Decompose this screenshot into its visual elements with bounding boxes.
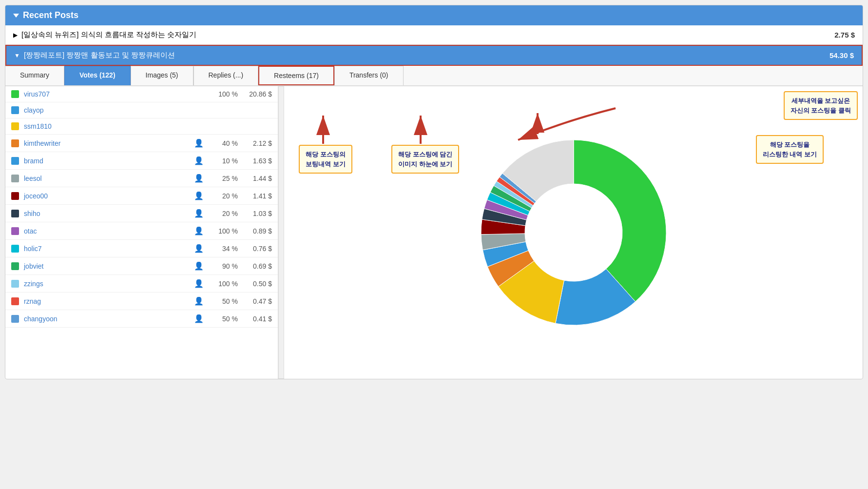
vote-percent: 50 % — [209, 297, 238, 305]
vote-color-indicator — [11, 192, 19, 200]
vote-color-indicator — [11, 262, 19, 270]
vote-row: otac👤100 %0.89 $ — [5, 222, 278, 240]
content-area: virus707100 %20.86 $clayopssm1810kimthew… — [5, 86, 863, 379]
vote-color-indicator — [11, 139, 19, 147]
tooltip-images: 해당 포스팅에 담긴이미지 하눈에 보기 — [391, 145, 459, 174]
vote-person-icon: 👤 — [194, 296, 204, 306]
tab-summary[interactable]: Summary — [5, 66, 64, 85]
vote-username[interactable]: shiho — [24, 210, 194, 217]
tooltip-resteems: 해당 포스팅을리스팅한 내역 보기 — [756, 135, 824, 164]
vote-row: kimthewriter👤40 %2.12 $ — [5, 135, 278, 152]
vote-percent: 40 % — [209, 139, 238, 147]
vote-username[interactable]: jobviet — [24, 262, 194, 270]
post-title-1: [일상속의 뉴위즈] 의식의 흐름대로 작성하는 숫자일기 — [21, 30, 834, 39]
vote-username[interactable]: joceo00 — [24, 192, 194, 200]
vote-row: jobviet👤90 %0.69 $ — [5, 257, 278, 275]
vote-person-icon: 👤 — [194, 209, 204, 218]
post-value-2: 54.30 $ — [829, 51, 854, 59]
post-title-2: [짱짱레포트] 짱짱맨 활동보고 및 짱짱큐레이션 — [24, 51, 829, 60]
vote-row: ssm1810 — [5, 118, 278, 135]
vote-row: changyoon👤50 %0.41 $ — [5, 310, 278, 328]
vote-person-icon: 👤 — [194, 279, 204, 288]
vote-row: rznag👤50 %0.47 $ — [5, 293, 278, 310]
scrollbar[interactable] — [278, 86, 284, 379]
vote-color-indicator — [11, 90, 19, 98]
vote-value: 1.44 $ — [243, 175, 272, 182]
vote-value: 0.47 $ — [243, 297, 272, 305]
vote-value: 0.76 $ — [243, 245, 272, 253]
vote-person-icon: 👤 — [194, 156, 204, 165]
tab-votes[interactable]: Votes (122) — [64, 66, 131, 85]
tab-resteems[interactable]: Resteems (17) — [258, 66, 334, 85]
vote-username[interactable]: changyoon — [24, 315, 194, 323]
tooltip-votes: 해당 포스팅의보팅내역 보기 — [299, 145, 352, 174]
vote-row: virus707100 %20.86 $ — [5, 86, 278, 102]
vote-person-icon: 👤 — [194, 314, 204, 323]
chart-segment — [574, 140, 666, 302]
vote-person-icon: 👤 — [194, 226, 204, 235]
vote-percent: 20 % — [209, 192, 238, 200]
vote-percent: 100 % — [209, 90, 238, 98]
collapse-icon[interactable] — [13, 14, 19, 18]
post-value-1: 2.75 $ — [834, 31, 855, 39]
vote-percent: 25 % — [209, 175, 238, 182]
vote-row: bramd👤10 %1.63 $ — [5, 152, 278, 170]
tab-transfers[interactable]: Transfers (0) — [334, 66, 404, 85]
post-row-1[interactable]: ▶ [일상속의 뉴위즈] 의식의 흐름대로 작성하는 숫자일기 2.75 $ — [5, 25, 863, 45]
recent-posts-title: Recent Posts — [23, 10, 78, 20]
vote-row: joceo00👤20 %1.41 $ — [5, 187, 278, 205]
vote-value: 0.69 $ — [243, 262, 272, 270]
vote-person-icon: 👤 — [194, 191, 204, 200]
vote-value: 1.63 $ — [243, 157, 272, 165]
tab-replies[interactable]: Replies (...) — [193, 66, 259, 85]
vote-value: 0.89 $ — [243, 227, 272, 235]
vote-username[interactable]: ssm1810 — [24, 122, 272, 130]
vote-value: 1.41 $ — [243, 192, 272, 200]
vote-username[interactable]: holic7 — [24, 245, 194, 253]
vote-percent: 100 % — [209, 280, 238, 288]
tab-images[interactable]: Images (5) — [131, 66, 193, 85]
post-row-2[interactable]: ▼ [짱짱레포트] 짱짱맨 활동보고 및 짱짱큐레이션 54.30 $ — [5, 45, 863, 66]
tabs-row: Summary Votes (122) Images (5) Replies (… — [5, 66, 863, 86]
vote-value: 2.12 $ — [243, 139, 272, 147]
vote-color-indicator — [11, 280, 19, 288]
post-expand-icon-1: ▶ — [13, 32, 18, 39]
vote-color-indicator — [11, 245, 19, 253]
post-expand-icon-2: ▼ — [14, 52, 20, 59]
vote-username[interactable]: leesol — [24, 175, 194, 182]
vote-row: leesol👤25 %1.44 $ — [5, 170, 278, 187]
vote-list[interactable]: virus707100 %20.86 $clayopssm1810kimthew… — [5, 86, 278, 379]
donut-chart — [471, 130, 676, 335]
vote-percent: 20 % — [209, 210, 238, 217]
vote-color-indicator — [11, 227, 19, 235]
vote-username[interactable]: rznag — [24, 297, 194, 305]
vote-percent: 34 % — [209, 245, 238, 253]
vote-username[interactable]: clayop — [24, 106, 272, 114]
vote-username[interactable]: zzings — [24, 280, 194, 288]
vote-percent: 50 % — [209, 315, 238, 323]
vote-username[interactable]: otac — [24, 227, 194, 235]
vote-person-icon: 👤 — [194, 138, 204, 148]
recent-posts-header: Recent Posts — [5, 5, 863, 25]
vote-person-icon: 👤 — [194, 244, 204, 253]
vote-username[interactable]: bramd — [24, 157, 194, 165]
vote-color-indicator — [11, 315, 19, 323]
vote-percent: 100 % — [209, 227, 238, 235]
main-container: Recent Posts ▶ [일상속의 뉴위즈] 의식의 흐름대로 작성하는 … — [5, 5, 863, 379]
vote-percent: 90 % — [209, 262, 238, 270]
vote-color-indicator — [11, 175, 19, 182]
vote-color-indicator — [11, 122, 19, 130]
tooltip-click-post: 세부내역을 보고싶은자신의 포스팅을 클릭 — [784, 91, 858, 120]
vote-username[interactable]: virus707 — [24, 90, 209, 98]
vote-color-indicator — [11, 297, 19, 305]
vote-value: 0.41 $ — [243, 315, 272, 323]
vote-username[interactable]: kimthewriter — [24, 139, 194, 147]
vote-row: shiho👤20 %1.03 $ — [5, 205, 278, 222]
vote-percent: 10 % — [209, 157, 238, 165]
vote-value: 0.50 $ — [243, 280, 272, 288]
vote-person-icon: 👤 — [194, 261, 204, 271]
vote-value: 20.86 $ — [243, 90, 272, 98]
vote-color-indicator — [11, 157, 19, 165]
vote-color-indicator — [11, 106, 19, 114]
vote-row: clayop — [5, 102, 278, 118]
